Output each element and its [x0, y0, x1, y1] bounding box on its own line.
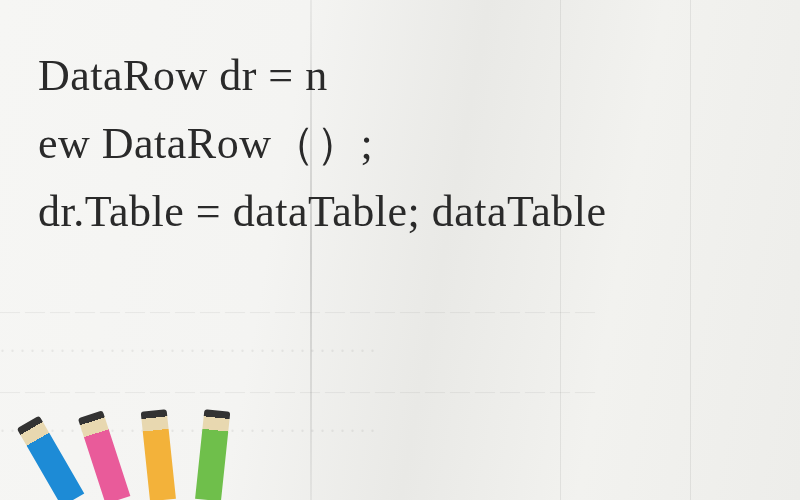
handwritten-page: — — — — — — — — — — — — — — — — — — — — …: [0, 0, 800, 500]
code-line: ew DataRow（）;: [38, 119, 373, 168]
faint-book-text: — — — — — — — — — — — — — — — — — — — — …: [0, 380, 800, 403]
faint-book-text: — — — — — — — — — — — — — — — — — — — — …: [0, 300, 800, 323]
code-line: dr.Table = dataTable; dataTable: [38, 187, 607, 236]
overlay-code-text: DataRow dr = n ew DataRow（）; dr.Table = …: [38, 42, 770, 247]
code-line: DataRow dr = n: [38, 51, 328, 100]
faint-book-text: · · · · · · · · · · · · · · · · · · · · …: [0, 420, 800, 443]
faint-book-text: · · · · · · · · · · · · · · · · · · · · …: [0, 340, 800, 363]
